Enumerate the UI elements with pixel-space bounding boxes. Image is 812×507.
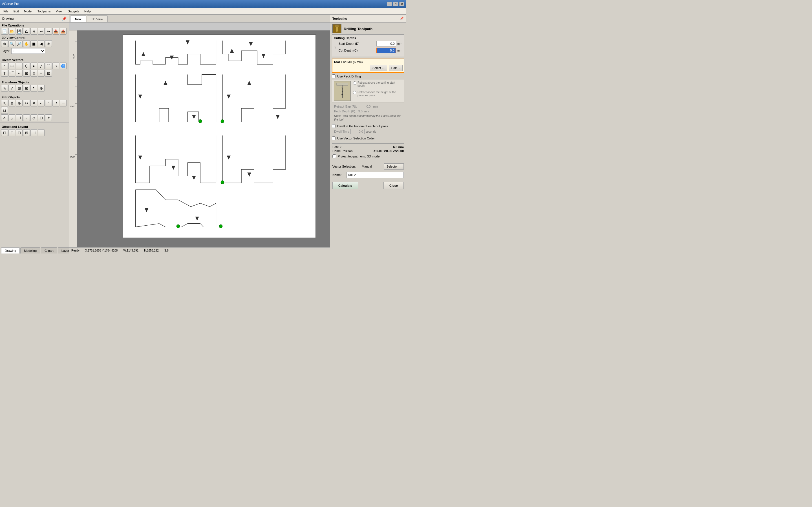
extend-tool[interactable]: ⊢ [60, 100, 66, 107]
close-panel-btn[interactable]: Close [384, 182, 404, 189]
fillet-tool[interactable]: ⌐ [38, 100, 45, 107]
ungroup-btn[interactable]: ⊢ [38, 129, 45, 136]
spiral-tool[interactable]: 🌀 [60, 62, 66, 69]
peck-option1-radio[interactable] [353, 81, 356, 85]
start-depth-input[interactable] [376, 41, 396, 47]
pin-icon[interactable]: 📌 [62, 16, 66, 21]
curve-tool[interactable]: ⌒ [45, 62, 52, 69]
menu-file[interactable]: File [1, 9, 11, 13]
weld-tool[interactable]: ⊕ [16, 100, 22, 107]
peck-checkbox[interactable] [332, 74, 336, 78]
new-tab[interactable]: New [70, 15, 86, 22]
node-tool[interactable]: ⊛ [8, 100, 15, 107]
undo-btn[interactable]: ↩ [38, 28, 45, 35]
new-file-btn[interactable]: 📄 [1, 28, 8, 35]
menu-model[interactable]: Model [22, 9, 35, 13]
layout-btn[interactable]: ⊠ [23, 129, 30, 136]
minimize-btn[interactable]: ─ [387, 2, 392, 6]
menu-help[interactable]: Help [82, 9, 93, 13]
print-btn[interactable]: 🖨 [31, 28, 37, 35]
rotate-tool[interactable]: ↻ [31, 85, 37, 92]
save-as-btn[interactable]: 🗂 [23, 28, 30, 35]
align-tool[interactable]: ⊟ [16, 85, 22, 92]
redo-btn[interactable]: ↪ [45, 28, 52, 35]
corner-tool[interactable]: ⌟ [8, 114, 15, 121]
gang-btn[interactable]: ⊣ [31, 129, 37, 136]
zoom-prev-btn[interactable]: ◀ [38, 40, 45, 47]
dwell-time-input[interactable] [350, 129, 364, 134]
maximize-btn[interactable]: □ [393, 2, 398, 6]
simplify-tool[interactable]: ◇ [31, 114, 37, 121]
table-tool[interactable]: ⊞ [23, 70, 30, 76]
distribute-tool[interactable]: ⊕ [38, 85, 45, 92]
calculate-btn[interactable]: Calculate [333, 182, 358, 189]
smooth-tool[interactable]: ⌣ [23, 114, 30, 121]
snap-tool[interactable]: ⌖ [45, 114, 52, 121]
menu-gadgets[interactable]: Gadgets [65, 9, 82, 13]
select-tool[interactable]: ↖ [1, 100, 8, 107]
vector-order-checkbox[interactable] [332, 136, 336, 140]
close-btn2[interactable]: ○ [45, 100, 52, 107]
project-checkbox[interactable] [333, 154, 336, 158]
text-arc-tool[interactable]: T⌒ [8, 70, 15, 76]
zoom-box-btn[interactable]: ▣ [31, 40, 37, 47]
save-btn[interactable]: 💾 [16, 28, 22, 35]
pan-btn[interactable]: ✋ [23, 40, 30, 47]
combine-tool[interactable]: ⊔ [1, 107, 8, 114]
name-input[interactable] [347, 172, 404, 178]
vector-order-section: Use Vector Selection Order [332, 136, 404, 141]
move-tool[interactable]: ⤡ [1, 85, 8, 92]
cut-depth-input[interactable] [376, 48, 396, 53]
rect-tool[interactable]: □ [16, 62, 22, 69]
ellipse-tool[interactable]: ⬭ [8, 62, 15, 69]
mirror-tool[interactable]: ⊠ [23, 85, 30, 92]
import-btn[interactable]: 📥 [52, 28, 59, 35]
unpin-icon[interactable]: 📌 [400, 17, 404, 20]
polygon-tool[interactable]: ⬡ [23, 62, 30, 69]
tool-edit-btn[interactable]: Edit ... [389, 65, 403, 71]
zoom-in-btn[interactable]: 🔍 [8, 40, 15, 47]
menu-view[interactable]: View [54, 9, 65, 13]
offset-btn[interactable]: ⊡ [1, 129, 8, 136]
clipart-tab[interactable]: Clipart [41, 247, 57, 253]
cutting-depth-diagram: D C [334, 41, 336, 55]
tool-select-btn[interactable]: Select ... [370, 65, 387, 71]
nest-btn[interactable]: ⊟ [16, 129, 22, 136]
menu-edit[interactable]: Edit [11, 9, 21, 13]
layers-tab[interactable]: Layers [58, 247, 69, 253]
split-tool[interactable]: ⊣ [16, 114, 22, 121]
text-tool[interactable]: T [1, 70, 8, 76]
delete-tool[interactable]: ✕ [31, 100, 37, 107]
layer-select[interactable]: 0 [11, 48, 45, 54]
dwell-checkbox[interactable] [332, 124, 336, 128]
angle-tool[interactable]: ∠ [1, 114, 8, 121]
array-btn[interactable]: ⊞ [8, 129, 15, 136]
star-tool[interactable]: ★ [31, 62, 37, 69]
spline-tool[interactable]: S [52, 62, 59, 69]
modeling-tab[interactable]: Modeling [20, 247, 40, 253]
shape-tool[interactable]: ⧖ [31, 70, 37, 76]
link-tool[interactable]: ⊟ [38, 114, 45, 121]
dimension-tool[interactable]: ↔ [16, 70, 22, 76]
line-tool[interactable]: ╱ [38, 62, 45, 69]
close-btn[interactable]: ✕ [399, 2, 404, 6]
menu-toolpaths[interactable]: Toolpaths [35, 9, 53, 13]
retract-gap-input[interactable] [358, 104, 372, 109]
zoom-fit-btn[interactable]: ⊕ [1, 40, 8, 47]
bitmap-tool[interactable]: ⊡ [45, 70, 52, 76]
trim-tool[interactable]: ✂ [23, 100, 30, 107]
drawing-canvas[interactable] [77, 31, 330, 247]
peck-option2-radio[interactable] [353, 91, 356, 94]
3d-view-tab[interactable]: 3D View [87, 15, 108, 22]
reverse-tool[interactable]: ↺ [52, 100, 59, 107]
zoom-out-btn[interactable]: 🔎 [16, 40, 22, 47]
arrow-tool[interactable]: → [38, 70, 45, 76]
selector-btn[interactable]: Selector ... [384, 163, 404, 170]
scale-tool[interactable]: ⤢ [8, 85, 15, 92]
circle-tool[interactable]: ○ [1, 62, 8, 69]
open-btn[interactable]: 📂 [8, 28, 15, 35]
drawing-tab[interactable]: Drawing [1, 247, 20, 253]
svg-text:D: D [336, 47, 336, 48]
export-btn[interactable]: 📤 [60, 28, 66, 35]
grid-btn[interactable]: # [45, 40, 52, 47]
